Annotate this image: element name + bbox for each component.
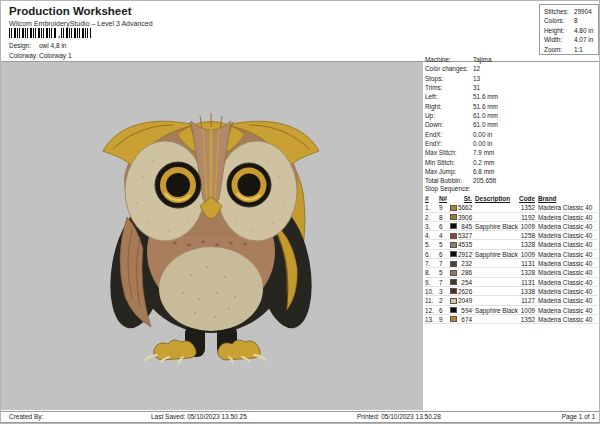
summary-value: 4.07 in [574,36,593,43]
machine-setting-row: Color changes:12 [425,64,599,73]
design-meta-row: Design:owl 4,8 in [9,42,66,49]
stop-number: 4. [425,231,437,240]
machine-setting-value: 6.8 mm [473,168,494,175]
footer-divider [1,411,600,412]
thread-brand: Madeira Classic 40 [538,213,598,222]
page-bottom-divider [1,422,600,423]
machine-setting-label: Left: [425,92,473,101]
column-header-needle: N# [439,194,449,203]
stop-sequence-row: 3.6845Sapphire Black1009Madeira Classic … [425,222,598,231]
needle-number: 6 [439,250,449,259]
machine-setting-label: Min Stitch: [425,158,473,167]
stitch-count: 594 [458,306,472,315]
thread-code: 1192 [519,213,535,222]
thread-color-swatch [450,316,457,322]
thread-color-swatch [450,233,457,239]
machine-setting-label: Up: [425,111,473,120]
thread-color-swatch [450,261,457,267]
thread-code: 1131 [519,278,535,287]
machine-setting-row: Max Jump:6.8 mm [425,167,599,176]
design-summary-box: Stitches:29904Colors:8Height:4.80 inWidt… [539,4,599,55]
machine-setting-row: EndX:0.00 in [425,130,599,139]
summary-label: Zoom: [544,45,574,54]
stop-sequence-row: 2.839061192Madeira Classic 40 [425,213,598,222]
needle-number: 6 [439,306,449,315]
stop-sequence-row: 6.62912Sapphire Black1009Madeira Classic… [425,250,598,259]
needle-number: 9 [439,203,449,212]
thread-code: 1127 [519,296,535,305]
summary-row: Height:4.80 in [544,26,598,35]
machine-setting-row: Down:61.0 mm [425,120,599,129]
machine-setting-row: Left:51.6 mm [425,92,599,101]
thread-color-swatch [450,270,457,276]
machine-setting-label: Max Jump: [425,167,473,176]
needle-number: 3 [439,287,449,296]
thread-code: 1328 [519,240,535,249]
column-header-num: # [425,194,437,203]
thread-brand: Madeira Classic 40 [538,203,598,212]
colorway-name: Colorway 1 [39,52,72,59]
thread-brand: Madeira Classic 40 [538,315,598,324]
summary-value: 8 [574,17,578,24]
stitch-count: 5662 [458,203,472,212]
created-by-label: Created By: [9,413,43,420]
thread-code: 1009 [519,222,535,231]
machine-setting-label: EndX: [425,130,473,139]
thread-code: 1009 [519,306,535,315]
page-title: Production Worksheet [9,5,131,17]
machine-setting-label: Down: [425,120,473,129]
needle-number: 7 [439,259,449,268]
thread-brand: Madeira Classic 40 [538,287,598,296]
machine-setting-label: Stops: [425,74,473,83]
machine-setting-value: 12 [473,65,480,72]
stitch-count: 2912 [458,250,472,259]
machine-setting-value: 205.65ft [473,177,496,184]
stop-sequence-table: # N# St. Description Code Brand 1.956621… [425,194,598,324]
thread-code: 1352 [519,203,535,212]
needle-number: 6 [439,222,449,231]
thread-brand: Madeira Classic 40 [538,250,598,259]
thread-color-swatch [450,307,457,313]
stitch-count: 3906 [458,213,472,222]
stitch-count: 674 [458,315,472,324]
design-name: owl 4,8 in [39,42,66,49]
stop-sequence-row: 4.453271258Madeira Classic 40 [425,231,598,240]
stop-number: 13. [425,315,437,324]
stop-number: 1. [425,203,437,212]
machine-setting-value: 31 [473,84,480,91]
stop-sequence-title: Stop Sequence: [425,185,470,192]
page-number: Page 1 of 1 [562,413,595,420]
machine-setting-value: 61.0 mm [473,121,498,128]
design-label: Design: [9,42,39,49]
machine-setting-value: 61.0 mm [473,112,498,119]
stop-number: 9. [425,278,437,287]
column-header-brand: Brand [538,194,598,203]
machine-setting-label: Max Stitch: [425,148,473,157]
thread-color-swatch [450,205,457,211]
stop-sequence-row: 12.6594Sapphire Black1009Madeira Classic… [425,306,598,315]
thread-color-swatch [450,288,457,294]
thread-brand: Madeira Classic 40 [538,231,598,240]
summary-row: Stitches:29904 [544,7,598,16]
needle-number: 5 [439,240,449,249]
stop-sequence-row: 7.72321131Madeira Classic 40 [425,259,598,268]
machine-setting-row: Up:61.0 mm [425,111,599,120]
stop-sequence-header-row: # N# St. Description Code Brand [425,194,598,203]
machine-setting-row: Trims:31 [425,83,599,92]
thread-code: 1009 [519,250,535,259]
summary-value: 29904 [574,8,592,15]
summary-row: Zoom:1:1 [544,45,598,54]
thread-description: Sapphire Black [475,250,519,259]
machine-setting-value: 0.2 mm [473,159,494,166]
thread-brand: Madeira Classic 40 [538,296,598,305]
summary-label: Height: [544,26,574,35]
stitch-count: 286 [458,268,472,277]
summary-row: Width:4.07 in [544,35,598,44]
thread-brand: Madeira Classic 40 [538,240,598,249]
machine-setting-row: Right:51.6 mm [425,102,599,111]
machine-setting-row: Min Stitch:0.2 mm [425,158,599,167]
stop-sequence-row: 5.545351328Madeira Classic 40 [425,240,598,249]
design-barcode-icon: , [9,28,91,38]
stop-sequence-row: 13.96741352Madeira Classic 40 [425,315,598,324]
stop-number: 3. [425,222,437,231]
